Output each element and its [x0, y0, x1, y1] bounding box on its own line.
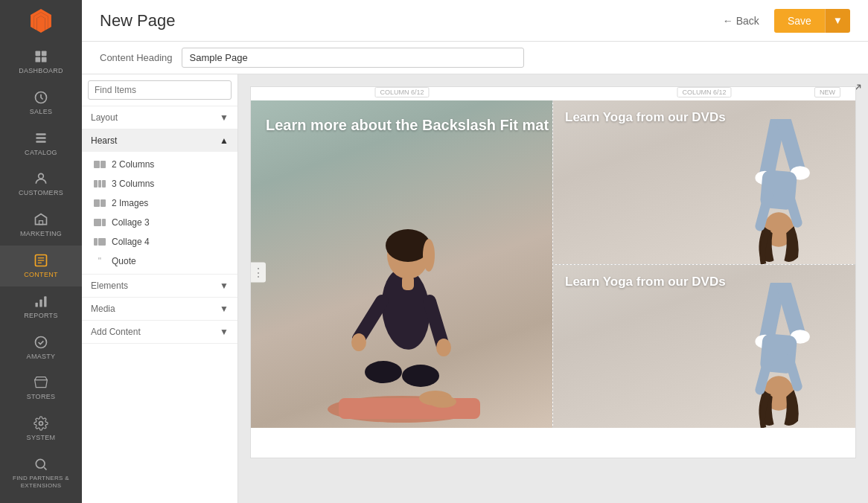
customers-icon: [33, 171, 48, 186]
left-panel: Layout ▼ Hearst ▲: [82, 74, 238, 503]
svg-rect-7: [36, 141, 45, 143]
panel-item-collage-3[interactable]: Collage 3: [82, 213, 237, 232]
panel-section-elements: Elements ▼: [82, 275, 237, 298]
save-dropdown-button[interactable]: ▼: [825, 9, 850, 33]
sidebar-item-dashboard[interactable]: Dashboard: [0, 42, 82, 83]
sidebar-item-label: Stores: [27, 393, 56, 401]
svg-point-35: [402, 365, 439, 387]
chevron-down-icon: ▼: [833, 15, 843, 26]
header-actions: ← Back Save ▼: [714, 9, 850, 33]
left-block-overlay-text: Learn more about the Backslash Fit mat: [266, 115, 549, 135]
find-items-input[interactable]: [88, 80, 232, 100]
sidebar-item-stores[interactable]: Stores: [0, 368, 82, 409]
add-content-section-header[interactable]: Add Content ▼: [82, 321, 237, 343]
collage-4-label: Collage 4: [112, 237, 150, 247]
svg-line-39: [784, 122, 798, 170]
sidebar-item-cos-global[interactable]: COS Global: [0, 496, 82, 503]
content-icon: [33, 253, 48, 268]
dashboard-icon: [33, 49, 48, 64]
sidebar-item-label: Amasty: [27, 353, 56, 361]
svg-rect-2: [36, 57, 41, 63]
right-bottom-overlay-text: Learn Yoga from our DVDs: [565, 274, 726, 290]
sidebar-item-label: Catalog: [25, 149, 57, 157]
yoga-figure-left: [298, 145, 506, 428]
svg-rect-0: [36, 51, 41, 57]
svg-rect-6: [36, 137, 45, 139]
panel-item-collage-4[interactable]: Collage 4: [82, 232, 237, 252]
back-button[interactable]: ← Back: [714, 10, 768, 31]
drag-handle[interactable]: ⋮: [251, 263, 266, 283]
panel-section-hearst: Hearst ▲ 2 Columns: [82, 129, 237, 275]
elements-label: Elements: [91, 281, 128, 291]
layout-section-header[interactable]: Layout ▼: [82, 106, 237, 129]
column-right-top: Learn Yoga from our DVDs: [553, 100, 855, 265]
panel-item-2-images[interactable]: 2 Images: [82, 193, 237, 213]
columns-container: Learn more about the Backslash Fit mat: [251, 100, 855, 428]
sidebar-item-reports[interactable]: Reports: [0, 286, 82, 327]
content-heading-input[interactable]: [182, 48, 524, 68]
content-heading-label: Content Heading: [100, 52, 173, 63]
stores-icon: [33, 375, 48, 390]
quote-icon: ": [94, 257, 106, 266]
find-partners-icon: [33, 457, 48, 472]
panel-section-add-content: Add Content ▼: [82, 321, 237, 344]
collage-4-icon: [94, 237, 106, 246]
sidebar-item-customers[interactable]: Customers: [0, 164, 82, 205]
hearst-items: 2 Columns 3 Columns: [82, 152, 237, 274]
2-images-label: 2 Images: [112, 198, 148, 208]
svg-rect-1: [42, 51, 47, 57]
column-left: Learn more about the Backslash Fit mat: [251, 100, 553, 428]
reports-icon: [33, 294, 48, 309]
amasty-icon: [33, 335, 48, 350]
yoga-figure-right-bottom: [714, 283, 844, 428]
media-chevron-icon: ▼: [220, 304, 229, 314]
sidebar-item-catalog[interactable]: Catalog: [0, 124, 82, 164]
2-columns-label: 2 Columns: [112, 159, 154, 170]
toolbar-row: Content Heading: [82, 42, 868, 74]
sidebar-item-find-partners[interactable]: Find Partners & Extensions: [0, 449, 82, 496]
svg-point-19: [36, 459, 45, 468]
elements-section-header[interactable]: Elements ▼: [82, 275, 237, 297]
layout-chevron-icon: ▼: [220, 112, 229, 123]
svg-point-8: [39, 174, 44, 179]
hearst-section-header[interactable]: Hearst ▲: [82, 129, 237, 152]
new-label: NEW: [814, 87, 840, 97]
canvas-area: ↗ COLUMN 6/12 COLUMN 6/12 NEW ⋮: [238, 74, 868, 503]
3-columns-label: 3 Columns: [112, 179, 154, 189]
media-section-header[interactable]: Media ▼: [82, 298, 237, 320]
sidebar-item-system[interactable]: System: [0, 409, 82, 449]
sidebar-item-amasty[interactable]: Amasty: [0, 327, 82, 368]
quote-label: Quote: [112, 256, 136, 266]
svg-rect-14: [36, 302, 38, 307]
sales-icon: [33, 90, 48, 105]
sidebar-item-label: Find Partners & Extensions: [3, 475, 79, 489]
marketing-icon: [33, 212, 48, 227]
elements-chevron-icon: ▼: [220, 281, 229, 291]
panel-search-container: [82, 74, 237, 106]
sidebar-item-sales[interactable]: Sales: [0, 83, 82, 124]
column-right-label: COLUMN 6/12: [677, 87, 731, 97]
sidebar-item-label: System: [27, 434, 56, 442]
sidebar-item-label: Customers: [19, 189, 63, 197]
sidebar-item-label: Reports: [24, 312, 57, 320]
right-top-overlay-text: Learn Yoga from our DVDs: [565, 109, 726, 126]
back-arrow-icon: ←: [723, 15, 733, 27]
svg-rect-15: [39, 299, 42, 307]
content-area: Layout ▼ Hearst ▲: [82, 74, 868, 503]
sidebar-item-content[interactable]: Content: [0, 246, 82, 286]
main-area: New Page ← Back Save ▼ Content Heading: [82, 0, 868, 503]
panel-section-layout: Layout ▼: [82, 106, 237, 129]
svg-rect-5: [36, 133, 45, 135]
collage-3-label: Collage 3: [112, 217, 150, 228]
svg-line-38: [767, 122, 777, 174]
system-icon: [33, 416, 48, 431]
save-button[interactable]: Save: [774, 9, 825, 33]
panel-item-quote[interactable]: " Quote: [82, 252, 237, 271]
sidebar-item-marketing[interactable]: Marketing: [0, 205, 82, 246]
sidebar-logo: [0, 0, 82, 42]
panel-item-2-columns[interactable]: 2 Columns: [82, 155, 237, 174]
svg-rect-3: [42, 57, 47, 63]
svg-line-46: [767, 286, 777, 339]
panel-item-3-columns[interactable]: 3 Columns: [82, 174, 237, 193]
svg-line-47: [784, 286, 798, 335]
